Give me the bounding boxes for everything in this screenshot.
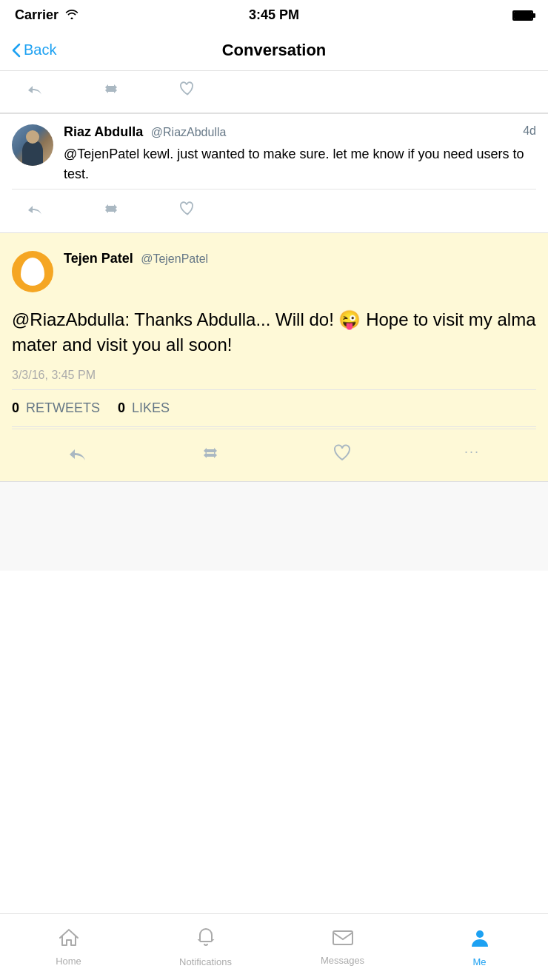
battery-icon <box>512 7 533 23</box>
retweet-icon-tejen[interactable] <box>193 440 228 471</box>
me-icon <box>470 927 489 953</box>
like-icon-tejen[interactable] <box>325 440 359 471</box>
tab-me[interactable]: Me <box>411 914 548 980</box>
wifi-icon <box>64 7 79 23</box>
tweet-timestamp-tejen: 3/3/16, 3:45 PM <box>12 369 536 382</box>
retweet-count: 0 RETWEETS <box>12 400 100 416</box>
username-tejen[interactable]: Tejen Patel <box>64 251 133 266</box>
tweet-time-riaz: 4d <box>523 124 536 138</box>
back-button[interactable]: Back <box>12 41 56 58</box>
empty-space <box>0 482 548 571</box>
tweet-riaz: 4d Riaz Abdulla @RiazAbdulla @TejenPatel… <box>0 114 548 233</box>
user-handle-riaz[interactable]: @RiazAbdulla <box>151 126 227 138</box>
more-icon-tejen[interactable]: ··· <box>457 440 487 471</box>
tab-bar: Home Notifications Messages Me <box>0 913 548 980</box>
reply-icon-tejen[interactable] <box>61 440 95 471</box>
svg-rect-0 <box>333 931 352 944</box>
tweet-stats: 0 RETWEETS 0 LIKES <box>12 389 536 427</box>
like-icon-partial[interactable] <box>172 77 203 105</box>
nav-title: Conversation <box>222 41 327 60</box>
messages-label: Messages <box>321 955 364 966</box>
username-riaz[interactable]: Riaz Abdulla <box>64 124 143 139</box>
svg-point-1 <box>476 930 484 938</box>
reply-icon-partial[interactable] <box>19 77 50 105</box>
tweet-body-riaz: @TejenPatel kewl. just wanted to make su… <box>64 144 536 184</box>
tweet-tejen: Tejen Patel @TejenPatel @RiazAbdulla: Th… <box>0 233 548 482</box>
carrier-text: Carrier <box>15 7 59 23</box>
notifications-icon <box>196 927 215 953</box>
notifications-label: Notifications <box>179 956 232 967</box>
retweet-icon-partial[interactable] <box>95 77 127 105</box>
partial-tweet-actions <box>0 71 548 113</box>
status-bar: Carrier 3:45 PM <box>0 0 548 30</box>
status-time: 3:45 PM <box>249 7 299 23</box>
tab-notifications[interactable]: Notifications <box>137 914 274 980</box>
home-label: Home <box>56 956 81 967</box>
me-label: Me <box>472 956 486 967</box>
avatar-riaz <box>12 124 53 166</box>
user-info-tejen: Tejen Patel @TejenPatel <box>64 251 536 266</box>
retweet-icon-riaz[interactable] <box>95 197 127 225</box>
avatar-tejen <box>12 251 53 292</box>
user-info-riaz: 4d Riaz Abdulla @RiazAbdulla @TejenPatel… <box>64 124 536 184</box>
like-icon-riaz[interactable] <box>172 197 203 225</box>
user-handle-tejen[interactable]: @TejenPatel <box>141 252 208 265</box>
messages-icon <box>332 928 354 952</box>
tab-home[interactable]: Home <box>0 914 137 980</box>
like-count: 0 LIKES <box>118 400 170 416</box>
tweet-body-tejen: @RiazAbdulla: Thanks Abdulla... Will do!… <box>12 307 536 357</box>
tab-messages[interactable]: Messages <box>274 914 411 980</box>
home-icon <box>59 928 79 953</box>
reply-icon-riaz[interactable] <box>19 197 50 225</box>
nav-bar: Back Conversation <box>0 30 548 71</box>
back-label: Back <box>24 41 56 58</box>
